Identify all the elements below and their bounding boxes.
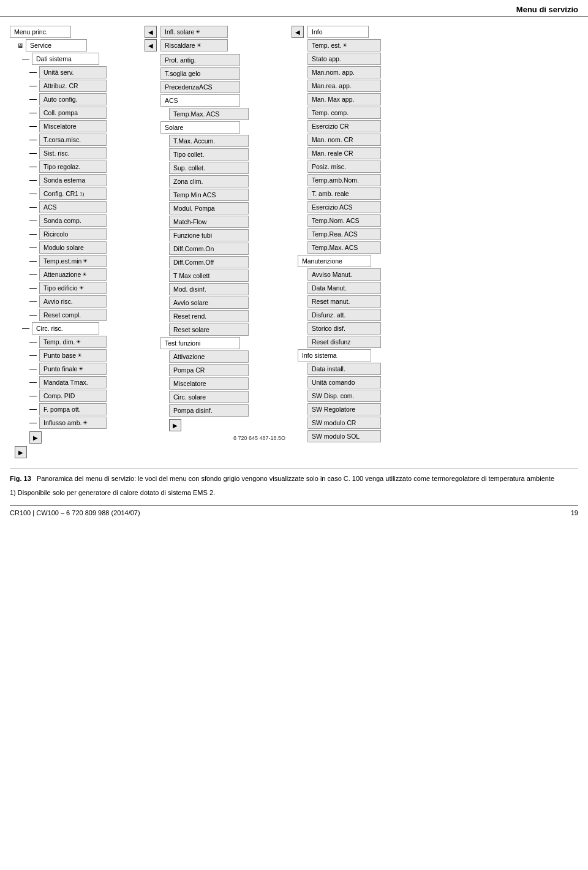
punto-base-row[interactable]: Punto base ☀ [29, 349, 138, 361]
disfunz-att-row[interactable]: Disfunz. att. [307, 309, 414, 321]
config-cr1-row[interactable]: Config. CR1 1) [29, 187, 138, 200]
storico-disf-row[interactable]: Storico disf. [307, 322, 414, 335]
mid-down-arrow-btn[interactable]: ▶ [169, 419, 181, 431]
stato-app-row[interactable]: Stato app. [307, 53, 414, 65]
acs-row[interactable]: ACS [29, 201, 138, 213]
reset-manut-row[interactable]: Reset manut. [307, 295, 414, 308]
influsso-amb-row[interactable]: Influsso amb. ☀ [29, 417, 138, 429]
avvio-solare-row[interactable]: Avvio solare [145, 297, 285, 309]
temp-comp-row[interactable]: Temp. comp. [307, 107, 414, 119]
data-install-row[interactable]: Data install. [307, 363, 414, 375]
info-sistema-header: Info sistema [298, 349, 414, 361]
zona-clim-row[interactable]: Zona clim. [145, 175, 285, 187]
menu-princ-label: Menu princ. [14, 28, 48, 36]
match-flow-row[interactable]: Match-Flow [145, 216, 285, 228]
man-nom-cr-row[interactable]: Man. nom. CR [307, 134, 414, 146]
diff-comm-on-row[interactable]: Diff.Comm.On [145, 243, 285, 255]
tcorsa-misc-row[interactable]: T.corsa.misc. [29, 134, 138, 146]
sw-regolatore-row[interactable]: SW Regolatore [307, 403, 414, 415]
mandata-tmax-row[interactable]: Mandata Tmax. [29, 376, 138, 388]
sist-risc-row[interactable]: Sist. risc. [29, 147, 138, 159]
pompa-disinf-row[interactable]: Pompa disinf. [145, 404, 285, 417]
tree-line [29, 72, 37, 73]
reset-solare-row[interactable]: Reset solare [145, 323, 285, 336]
t-max-collett-row[interactable]: T Max collett [145, 270, 285, 282]
reset-compl-row[interactable]: Reset compl. [29, 309, 138, 321]
punto-finale-row[interactable]: Punto finale ☀ [29, 363, 138, 375]
sonda-comp-row[interactable]: Sonda comp. [29, 214, 138, 227]
comp-pid-row[interactable]: Comp. PID [29, 390, 138, 402]
diff-comm-off-row[interactable]: Diff.Comm.Off [145, 256, 285, 268]
bottom-arrow-btn[interactable]: ▶ [15, 446, 27, 458]
posiz-misc-row[interactable]: Posiz. misc. [307, 161, 414, 173]
mid-top-arrow[interactable]: ◀ Infl. solare ☀ [145, 26, 285, 38]
mid-arrow-down[interactable]: ▶ [169, 419, 285, 431]
attivazione-row[interactable]: Attivazione [145, 350, 285, 363]
man-nom-app-row[interactable]: Man.nom. app. [307, 66, 414, 78]
pompa-cr-row[interactable]: Pompa CR [145, 364, 285, 376]
avviso-manut-row[interactable]: Avviso Manut. [307, 268, 414, 281]
mid-left-arrow2[interactable]: ◀ [145, 39, 157, 51]
t-amb-reale-row[interactable]: T. amb. reale [307, 187, 414, 200]
right-left-arrow[interactable]: ◀ [292, 26, 304, 38]
sw-disp-com-row[interactable]: SW Disp. com. [307, 390, 414, 402]
down-arrow-btn[interactable]: ▶ [29, 431, 42, 444]
tmax-accum-row[interactable]: T.Max. Accum. [145, 135, 285, 147]
tipo-regolaz-row[interactable]: Tipo regolaz. [29, 161, 138, 173]
funzione-tubi-row[interactable]: Funzione tubi [145, 229, 285, 241]
prot-antig-row[interactable]: Prot. antig. [145, 54, 285, 66]
temp-nom-acs-row[interactable]: Temp.Nom. ACS [307, 214, 414, 227]
reset-rend-row[interactable]: Reset rend. [145, 310, 285, 322]
info-header-row: ◀ Info [292, 26, 414, 38]
modulo-solare-row[interactable]: Modulo solare [29, 241, 138, 254]
temp-rea-acs-row[interactable]: Temp.Rea. ACS [307, 228, 414, 240]
sonda-esterna-row[interactable]: Sonda esterna [29, 174, 138, 186]
man-reale-cr-row[interactable]: Man. reale CR [307, 147, 414, 159]
temp-est-min-row[interactable]: Temp.est.min ☀ [29, 255, 138, 267]
temp-max-acs-row[interactable]: Temp.Max. ACS [145, 108, 285, 120]
unita-serv-row[interactable]: Unità serv. [29, 66, 138, 78]
data-manut-row[interactable]: Data Manut. [307, 282, 414, 294]
tsoglia-gelo-row[interactable]: T.soglia gelo [145, 67, 285, 80]
sw-modulo-cr-row[interactable]: SW modulo CR [307, 417, 414, 429]
mod-disinf-row[interactable]: Mod. disinf. [145, 283, 285, 295]
miscelatore-row[interactable]: Miscelatore [29, 120, 138, 132]
auto-config-row[interactable]: Auto config. [29, 93, 138, 105]
temp-max-acs-right-row[interactable]: Temp.Max. ACS [307, 241, 414, 254]
circ-risc-row[interactable]: Circ. risc. [22, 322, 138, 335]
sw-modulo-sol-row[interactable]: SW modulo SOL [307, 430, 414, 442]
attenuazione-row[interactable]: Attenuazione ☀ [29, 268, 138, 281]
left-arrow-down[interactable]: ▶ [29, 431, 138, 444]
tipo-edificio-row[interactable]: Tipo edificio ☀ [29, 282, 138, 294]
miscelatore-mid-row[interactable]: Miscelatore [145, 377, 285, 390]
reset-disfunz-row[interactable]: Reset disfunz [307, 336, 414, 348]
sup-collet-row[interactable]: Sup. collet. [145, 162, 285, 174]
coll-pompa-row[interactable]: Coll. pompa [29, 107, 138, 119]
middle-column: ◀ Infl. solare ☀ ◀ Riscaldare ☀ [145, 26, 285, 441]
esercizio-acs-row[interactable]: Esercizio ACS [307, 201, 414, 213]
modul-pompa-row[interactable]: Modul. Pompa [145, 202, 285, 214]
temp-amb-nom-row[interactable]: Temp.amb.Nom. [307, 174, 414, 186]
man-max-app-row[interactable]: Man. Max app. [307, 93, 414, 105]
diagram-ref: 6 720 645 487-18.5O [145, 435, 285, 441]
f-pompa-ott-row[interactable]: F. pompa ott. [29, 403, 138, 415]
tipo-collet-row[interactable]: Tipo collet. [145, 148, 285, 161]
man-rea-app-row[interactable]: Man.rea. app. [307, 80, 414, 92]
temp-dim-row[interactable]: Temp. dim. ☀ [29, 336, 138, 348]
dati-sistema-row[interactable]: Dati sistema [22, 53, 138, 65]
avvio-risc-row[interactable]: Avvio risc. [29, 295, 138, 308]
precedenza-acs-row[interactable]: PrecedenzaACS [145, 81, 285, 93]
mid-second-arrow[interactable]: ◀ Riscaldare ☀ [145, 39, 285, 51]
ricircolo-row[interactable]: Ricircolo [29, 228, 138, 240]
left-bottom-arrow[interactable]: ▶ [15, 446, 138, 458]
mid-left-arrow1[interactable]: ◀ [145, 26, 157, 38]
service-row[interactable]: 🖥 Service [17, 39, 138, 51]
attribuz-cr-row[interactable]: Attribuz. CR [29, 80, 138, 92]
circ-solare-row[interactable]: Circ. solare [145, 391, 285, 403]
sun-icon: ☀ [197, 42, 202, 48]
temp-min-acs-row[interactable]: Temp Min ACS [145, 189, 285, 201]
esercizio-cr-row[interactable]: Esercizio CR [307, 120, 414, 132]
sun-icon: ☀ [83, 420, 88, 426]
temp-est-row[interactable]: Temp. est. ☀ [307, 39, 414, 51]
unita-comando-row[interactable]: Unità comando [307, 376, 414, 388]
